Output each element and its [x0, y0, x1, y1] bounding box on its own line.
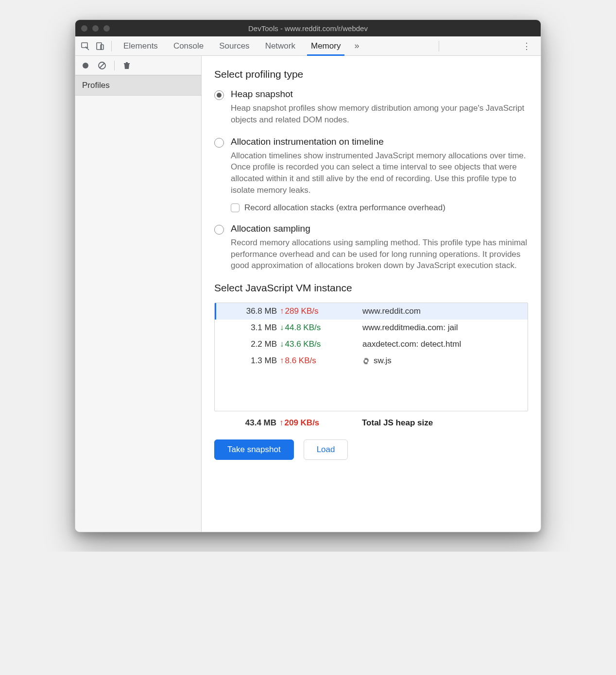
- main-panel: Select profiling type Heap snapshot Heap…: [202, 56, 541, 532]
- take-snapshot-button[interactable]: Take snapshot: [214, 439, 294, 460]
- vm-name: sw.js: [353, 356, 521, 366]
- vm-instance-row[interactable]: 1.3 MB↑8.6 KB/ssw.js: [215, 353, 528, 369]
- arrow-up-icon: ↑: [280, 356, 284, 366]
- option-allocation-sampling[interactable]: Allocation sampling Record memory alloca…: [214, 223, 528, 271]
- tab-elements[interactable]: Elements: [116, 36, 166, 55]
- totals-row: 43.4 MB ↑209 KB/s Total JS heap size: [214, 411, 528, 437]
- window-controls: [81, 25, 110, 32]
- option-desc: Heap snapshot profiles show memory distr…: [231, 102, 528, 126]
- vm-name: www.redditmedia.com: jail: [353, 323, 521, 333]
- vm-instance-heading: Select JavaScript VM instance: [214, 282, 528, 294]
- total-rate: ↑209 KB/s: [279, 418, 352, 428]
- sidebar: Profiles: [75, 56, 202, 532]
- option-title: Allocation instrumentation on timeline: [231, 136, 528, 147]
- radio-heap-snapshot[interactable]: [214, 90, 224, 100]
- option-title: Allocation sampling: [231, 223, 528, 234]
- divider: [111, 41, 112, 51]
- arrow-up-icon: ↑: [280, 306, 284, 316]
- device-toolbar-icon[interactable]: [93, 39, 107, 53]
- tab-sources[interactable]: Sources: [211, 36, 257, 55]
- radio-allocation-sampling[interactable]: [214, 225, 224, 235]
- option-desc: Record memory allocations using sampling…: [231, 237, 528, 271]
- sidebar-item-profiles[interactable]: Profiles: [75, 75, 201, 96]
- vm-size: 3.1 MB: [222, 323, 280, 333]
- option-heap-snapshot[interactable]: Heap snapshot Heap snapshot profiles sho…: [214, 89, 528, 126]
- clear-button[interactable]: [96, 59, 108, 72]
- action-buttons: Take snapshot Load: [214, 439, 528, 460]
- vm-size: 2.2 MB: [222, 339, 280, 349]
- vm-instance-row[interactable]: 3.1 MB↓44.8 KB/swww.redditmedia.com: jai…: [215, 320, 528, 336]
- record-stacks-label: Record allocation stacks (extra performa…: [244, 203, 445, 213]
- minimize-window-button[interactable]: [92, 25, 99, 32]
- devtools-tabstrip: Elements Console Sources Network Memory …: [75, 36, 541, 56]
- vm-name: www.reddit.com: [353, 306, 521, 316]
- window-title: DevTools - www.reddit.com/r/webdev: [75, 24, 541, 33]
- option-desc: Allocation timelines show instrumented J…: [231, 150, 528, 196]
- svg-rect-2: [101, 45, 103, 50]
- option-allocation-timeline[interactable]: Allocation instrumentation on timeline A…: [214, 136, 528, 213]
- vm-name: aaxdetect.com: detect.html: [353, 339, 521, 349]
- delete-profile-button[interactable]: [120, 59, 133, 72]
- vm-rate: ↓43.6 KB/s: [280, 339, 353, 349]
- vm-rate: ↓44.8 KB/s: [280, 323, 353, 333]
- panel-body: Profiles Select profiling type Heap snap…: [75, 56, 541, 532]
- svg-rect-0: [82, 43, 87, 48]
- option-title: Heap snapshot: [231, 89, 528, 100]
- devtools-window: DevTools - www.reddit.com/r/webdev Eleme…: [75, 19, 541, 532]
- tab-console[interactable]: Console: [166, 36, 211, 55]
- vm-size: 1.3 MB: [222, 356, 280, 366]
- tab-memory[interactable]: Memory: [303, 36, 348, 55]
- worker-icon: [362, 357, 370, 365]
- divider: [114, 61, 115, 70]
- vm-instance-table: 36.8 MB↑289 KB/swww.reddit.com3.1 MB↓44.…: [214, 303, 528, 411]
- inspect-element-icon[interactable]: [78, 39, 93, 53]
- total-label: Total JS heap size: [352, 418, 521, 428]
- total-heap-size: 43.4 MB: [221, 418, 279, 428]
- record-stacks-checkbox[interactable]: [231, 203, 240, 212]
- arrow-down-icon: ↓: [280, 339, 284, 349]
- divider: [439, 41, 439, 51]
- arrow-up-icon: ↑: [279, 418, 284, 428]
- zoom-window-button[interactable]: [103, 25, 110, 32]
- vm-rate: ↑8.6 KB/s: [280, 356, 353, 366]
- record-button[interactable]: [79, 59, 92, 72]
- table-empty-space: [215, 369, 528, 411]
- tabs-overflow-icon[interactable]: »: [348, 41, 365, 51]
- titlebar: DevTools - www.reddit.com/r/webdev: [75, 20, 541, 36]
- settings-kebab-icon[interactable]: ⋮: [515, 41, 538, 51]
- tab-network[interactable]: Network: [257, 36, 303, 55]
- vm-instance-row[interactable]: 2.2 MB↓43.6 KB/saaxdetect.com: detect.ht…: [215, 336, 528, 353]
- vm-size: 36.8 MB: [222, 306, 280, 316]
- arrow-down-icon: ↓: [280, 323, 284, 333]
- radio-allocation-timeline[interactable]: [214, 138, 224, 148]
- profiling-type-heading: Select profiling type: [214, 68, 528, 80]
- record-stacks-row: Record allocation stacks (extra performa…: [231, 203, 528, 213]
- sidebar-toolbar: [75, 56, 201, 75]
- svg-point-3: [83, 63, 88, 68]
- vm-rate: ↑289 KB/s: [280, 306, 353, 316]
- vm-instance-row[interactable]: 36.8 MB↑289 KB/swww.reddit.com: [215, 303, 528, 320]
- load-button[interactable]: Load: [304, 439, 348, 460]
- close-window-button[interactable]: [81, 25, 87, 32]
